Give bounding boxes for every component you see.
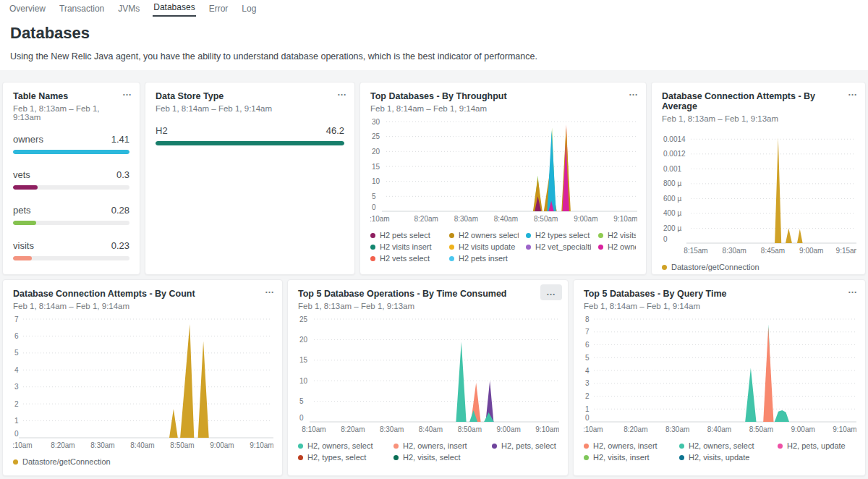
legend-item[interactable]: H2, owners, insert [584,441,672,450]
chart-area: 012345678:10am8:20am8:30am8:40am8:50am9:… [13,315,272,452]
svg-text:5: 5 [14,349,19,357]
tab-log[interactable]: Log [241,4,257,17]
legend-item[interactable]: H2, pets, update [778,441,855,450]
panel-date-range: Feb 1, 8:14am – Feb 1, 9:14am [370,104,636,113]
databases-dashboard: OverviewTransactionJVMsDatabasesErrorLog… [0,0,868,479]
svg-text:4: 4 [14,366,19,374]
svg-text:8:10am: 8:10am [302,425,326,433]
legend-label: H2 pets insert [459,254,508,263]
legend-item[interactable]: H2, pets, select [492,441,558,450]
bar-row[interactable]: H2 46.2 [156,125,344,145]
svg-text:8:30am: 8:30am [454,215,478,223]
legend-label: H2, visits, select [403,453,460,462]
legend-item[interactable]: H2 types select [526,231,591,240]
query-time-chart[interactable]: 0123456788:10am8:20am8:30am8:40am8:50am9… [584,315,856,436]
chart-area: 0510152025308:10am8:20am8:30am8:40am8:50… [370,117,636,226]
svg-text:10: 10 [372,177,380,185]
connection-average-chart[interactable]: 0200 µ400 µ600 µ800 µ0.0010.00120.00148:… [662,127,856,258]
chart-area: 0123456788:10am8:20am8:30am8:40am8:50am9… [584,315,855,436]
ellipsis-menu-icon[interactable]: … [265,285,275,295]
legend-item[interactable]: H2 vet_specialti… [526,242,591,251]
legend-item[interactable]: H2, visits, update [679,453,770,462]
legend-label: H2, pets, select [501,441,556,450]
svg-text:9:00am: 9:00am [799,247,823,255]
legend-item[interactable]: H2, owners, select [298,441,386,450]
legend-item[interactable]: H2 visits insert [370,242,442,251]
panel-title: Database Connection Attempts - By Averag… [662,91,855,111]
legend-label: H2 types select [535,231,590,240]
svg-text:9:00am: 9:00am [574,215,597,223]
time-consumed-chart[interactable]: 05101520258:10am8:20am8:30am8:40am8:50am… [298,315,559,436]
legend-dot-icon [662,265,667,270]
legend-item[interactable]: Datastore/getConnection [662,263,855,271]
legend-item[interactable]: H2 visits select [598,231,636,240]
legend-item[interactable]: H2 visits update [449,242,519,251]
legend-item[interactable]: H2, types, select [298,453,386,462]
svg-text:7: 7 [14,315,19,323]
legend-item[interactable]: H2, visits, insert [584,453,672,462]
legend-item[interactable]: H2, owners, insert [393,441,485,450]
legend-dot-icon [598,245,603,250]
legend-dot-icon [393,455,399,460]
legend-item[interactable]: H2 owners insert [598,242,636,251]
panel-date-range: Feb 1, 8:13am – Feb 1, 9:13am [298,302,558,310]
legend-label: H2 pets select [380,231,430,240]
connection-count-chart[interactable]: 012345678:10am8:20am8:30am8:40am8:50am9:… [13,315,273,452]
svg-text:6: 6 [585,341,590,349]
bar-row[interactable]: visits 0.23 [13,240,129,260]
legend-item[interactable]: H2 vets select [370,254,442,263]
panel-table-names: Table Names Feb 1, 8:13am – Feb 1, 9:13a… [2,82,140,275]
svg-text:800 µ: 800 µ [663,179,681,187]
bar-row[interactable]: pets 0.28 [13,205,129,225]
tab-databases[interactable]: Databases [153,2,195,17]
svg-text:9:15am: 9:15am [836,247,856,255]
svg-text:5: 5 [585,354,590,362]
bar-track [13,150,129,154]
legend-dot-icon [370,233,375,238]
legend-label: Datastore/getConnection [671,263,760,271]
bar-row[interactable]: owners 1.41 [13,134,129,154]
tab-transaction[interactable]: Transaction [59,4,105,17]
svg-text:8:15am: 8:15am [684,247,707,255]
legend-dot-icon [679,455,684,460]
legend-label: H2, owners, insert [593,441,658,450]
legend-item[interactable]: Datastore/getConnection [13,457,272,466]
svg-text:8:40am: 8:40am [130,441,154,449]
legend-item[interactable]: H2, visits, select [393,453,485,462]
svg-text:0: 0 [663,235,668,243]
svg-text:30: 30 [372,118,380,126]
bar-fill [13,185,38,190]
ellipsis-menu-icon[interactable]: … [122,88,132,98]
legend-dot-icon [679,444,684,449]
throughput-chart[interactable]: 0510152025308:10am8:20am8:30am8:40am8:50… [370,117,637,226]
legend-item[interactable]: H2 pets select [370,231,442,240]
ellipsis-menu-icon[interactable]: … [337,88,347,98]
svg-text:8:30am: 8:30am [723,247,746,255]
legend-label: H2 visits insert [380,242,432,251]
ellipsis-menu-icon[interactable]: … [848,88,858,98]
svg-text:9:10am: 9:10am [250,441,273,449]
svg-text:6: 6 [14,332,19,340]
tab-overview[interactable]: Overview [9,4,46,17]
legend-label: Datastore/getConnection [22,457,111,466]
ellipsis-menu-icon[interactable]: … [848,285,858,295]
svg-text:0.0012: 0.0012 [663,150,686,158]
legend-item[interactable]: H2, owners, select [679,441,770,450]
panel-top5-databases-query-time: Top 5 Databases - By Query Time Feb 1, 8… [573,279,866,476]
svg-text:10: 10 [299,377,308,385]
legend-item[interactable]: H2 owners select [449,231,519,240]
ellipsis-menu-icon[interactable]: … [629,88,639,98]
bar-row[interactable]: vets 0.3 [13,169,129,190]
bar-label: visits [13,240,34,251]
chart-legend: H2, owners, select H2, owners, insert H2… [298,441,558,462]
tab-jvms[interactable]: JVMs [117,4,140,17]
bar-label: H2 [156,125,168,136]
panel-connection-attempts-average: Database Connection Attempts - By Averag… [651,82,866,275]
svg-text:0.001: 0.001 [663,165,681,173]
legend-label: H2 vets select [380,254,430,263]
svg-text:9:00am: 9:00am [791,425,814,433]
ellipsis-menu-icon[interactable]: … [540,284,562,300]
tab-error[interactable]: Error [208,4,229,17]
legend-label: H2, owners, select [689,441,754,450]
legend-item[interactable]: H2 pets insert [449,254,519,263]
